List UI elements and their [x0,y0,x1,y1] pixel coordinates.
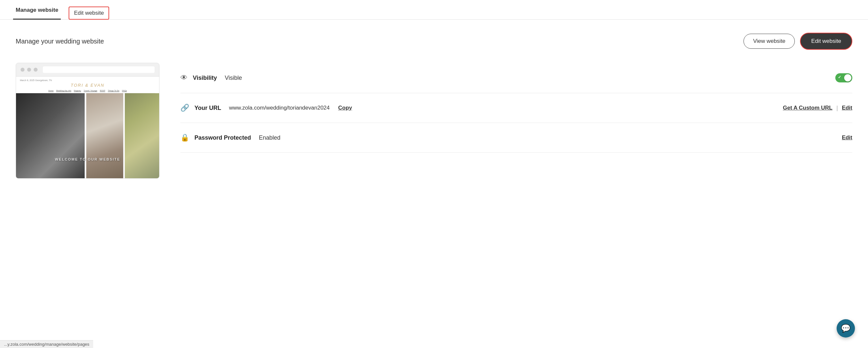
header-buttons: View website Edit website [743,33,852,50]
visibility-label: Visibility [193,75,217,82]
nav-travel: Travel / Voyage [84,90,97,92]
visibility-row: 👁 Visibility Visible ✓ [180,63,852,93]
browser-address-bar [43,66,155,73]
nav-rsvp: RSVP [100,90,105,92]
site-couple-name: TORI & EVAN [20,83,155,88]
tab-edit-website[interactable]: Edit website [69,6,109,20]
url-label: Your URL [194,105,221,112]
view-website-button[interactable]: View website [743,34,795,49]
nav-wedding: Wedding day info [56,90,71,92]
password-value: Enabled [259,135,280,141]
photo-right [125,93,159,178]
url-divider: | [836,105,838,112]
toggle-thumb [844,74,851,82]
url-value: www.zola.com/wedding/toriandevan2024 [229,105,330,111]
password-left: 🔒 Password Protected Enabled [180,134,280,142]
main-content: Manage your wedding website View website… [0,20,868,192]
browser-bar [16,63,159,77]
chat-button[interactable]: 💬 [837,319,855,338]
site-meta: March 8, 2025 Georgetown, TN [20,79,155,82]
password-row: 🔒 Password Protected Enabled Edit [180,123,852,153]
header-row: Manage your wedding website View website… [16,33,852,50]
password-label: Password Protected [194,135,251,141]
nav-faq: FAQs [122,90,127,92]
website-preview: March 8, 2025 Georgetown, TN TORI & EVAN… [16,63,159,179]
url-left: 🔗 Your URL www.zola.com/wedding/toriande… [180,104,352,112]
settings-panel: 👁 Visibility Visible ✓ 🔗 [180,63,852,153]
site-photos: WELCOME TO OUR WEBSITE [16,93,159,178]
nav-home: Home [49,90,54,92]
welcome-text: WELCOME TO OUR WEBSITE [55,157,120,161]
site-nav: Home Wedding day info Registry Travel / … [20,90,155,93]
password-right: Edit [842,135,852,141]
toggle-check-icon: ✓ [838,75,841,80]
browser-mock: March 8, 2025 Georgetown, TN TORI & EVAN… [16,63,159,179]
visibility-left: 👁 Visibility Visible [180,74,242,82]
photo-center [86,93,124,178]
chat-icon: 💬 [841,324,851,333]
browser-dot-2 [27,68,31,71]
browser-dot-1 [21,68,25,71]
bottom-url-bar: ...y.zola.com/wedding/manage/website/pag… [0,340,93,348]
url-edit-link[interactable]: Edit [842,105,852,111]
browser-dot-3 [34,68,38,71]
content-row: March 8, 2025 Georgetown, TN TORI & EVAN… [16,63,852,179]
edit-website-button[interactable]: Edit website [800,33,852,50]
lock-icon: 🔒 [180,134,189,142]
url-icon: 🔗 [180,104,189,112]
visibility-value: Visible [225,75,242,82]
nav-todo: Things To Do [108,90,119,92]
nav-registry: Registry [74,90,81,92]
photo-left [16,93,85,178]
get-custom-url-link[interactable]: Get A Custom URL [783,105,832,111]
visibility-right: ✓ [835,73,852,82]
tab-bar: Manage website Edit website [0,0,868,20]
copy-url-button[interactable]: Copy [338,105,352,111]
page-title: Manage your wedding website [16,38,104,45]
site-content: March 8, 2025 Georgetown, TN TORI & EVAN… [16,77,159,93]
visibility-icon: 👁 [180,74,188,82]
toggle-track: ✓ [835,73,852,82]
tab-manage-website[interactable]: Manage website [13,2,61,20]
url-row: 🔗 Your URL www.zola.com/wedding/toriande… [180,93,852,123]
url-actions: Get A Custom URL | Edit [783,105,852,112]
visibility-toggle[interactable]: ✓ [835,73,852,82]
bottom-url-text: ...y.zola.com/wedding/manage/website/pag… [4,342,89,347]
password-edit-link[interactable]: Edit [842,135,852,141]
